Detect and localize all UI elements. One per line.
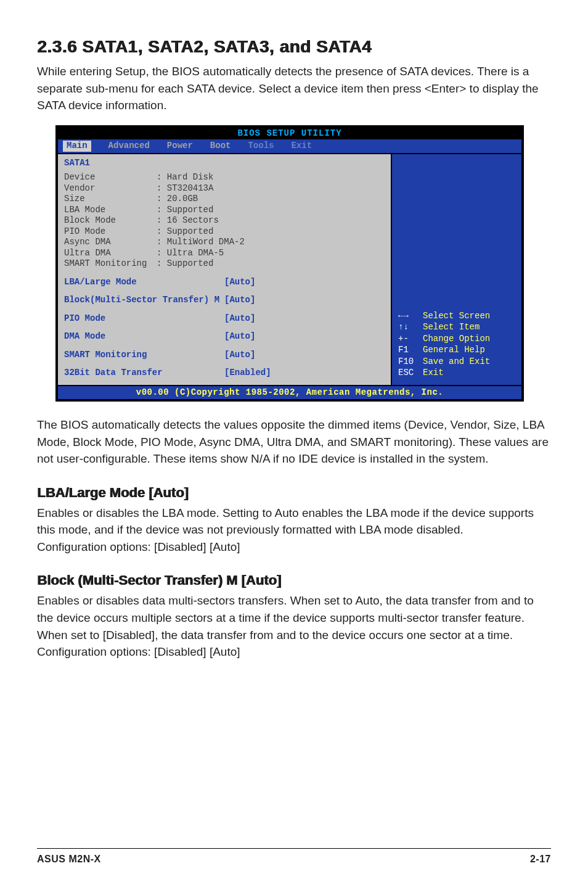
- value: MultiWord DMA-2: [157, 237, 385, 248]
- hint-key: ←→: [398, 311, 423, 322]
- hint-val: Select Item: [423, 322, 515, 333]
- label: SMART Monitoring: [64, 258, 157, 270]
- label: Block Mode: [64, 215, 157, 226]
- value: ST320413A: [157, 183, 385, 194]
- label: DMA Mode: [64, 331, 224, 342]
- info-async: Async DMAMultiWord DMA-2: [64, 237, 385, 248]
- value: 20.0GB: [157, 194, 385, 205]
- footer-left: ASUS M2N-X: [37, 854, 101, 865]
- info-lba: LBA ModeSupported: [64, 205, 385, 216]
- hint-key: F1: [398, 345, 423, 356]
- hint-val: Change Option: [423, 334, 515, 345]
- hint-val: Exit: [423, 368, 515, 379]
- info-pio: PIO ModeSupported: [64, 226, 385, 237]
- label: LBA Mode: [64, 205, 157, 216]
- bios-panel-title: SATA1: [64, 158, 385, 169]
- bios-body: SATA1 DeviceHard Disk VendorST320413A Si…: [58, 153, 521, 385]
- label: Async DMA: [64, 237, 157, 248]
- label: Block(Multi-Sector Transfer) M: [64, 295, 224, 306]
- hint-key: ESC: [398, 368, 423, 379]
- tab-boot[interactable]: Boot: [210, 141, 231, 152]
- tab-exit[interactable]: Exit: [291, 141, 312, 152]
- label: Ultra DMA: [64, 248, 157, 259]
- post-bios-paragraph: The BIOS automatically detects the value…: [37, 416, 551, 468]
- value: [Auto]: [224, 277, 385, 288]
- value: Supported: [157, 258, 385, 270]
- setting-block-multi[interactable]: Block(Multi-Sector Transfer) M[Auto]: [64, 295, 385, 306]
- hint-key: F10: [398, 357, 423, 368]
- info-device: DeviceHard Disk: [64, 172, 385, 183]
- section-heading: 2.3.6 SATA1, SATA2, SATA3, and SATA4: [37, 37, 551, 57]
- label: PIO Mode: [64, 313, 224, 324]
- label: 32Bit Data Transfer: [64, 368, 224, 379]
- value: Supported: [157, 205, 385, 216]
- label: Device: [64, 172, 157, 183]
- info-block: Block Mode16 Sectors: [64, 215, 385, 226]
- label: Size: [64, 194, 157, 205]
- info-smart: SMART MonitoringSupported: [64, 258, 385, 270]
- value: [Auto]: [224, 350, 385, 361]
- value: Supported: [157, 226, 385, 237]
- info-vendor: VendorST320413A: [64, 183, 385, 194]
- hint-val: General Help: [423, 345, 515, 356]
- bios-main-panel: SATA1 DeviceHard Disk VendorST320413A Si…: [58, 154, 392, 385]
- label: SMART Monitoring: [64, 350, 224, 361]
- hint-key: +-: [398, 334, 423, 345]
- value: [Auto]: [224, 313, 385, 324]
- setting-smart-mon[interactable]: SMART Monitoring[Auto]: [64, 350, 385, 361]
- value: Hard Disk: [157, 172, 385, 183]
- label: PIO Mode: [64, 226, 157, 237]
- label: Vendor: [64, 183, 157, 194]
- label: LBA/Large Mode: [64, 277, 224, 288]
- value: [Auto]: [224, 331, 385, 342]
- setting-pio-mode[interactable]: PIO Mode[Auto]: [64, 313, 385, 324]
- bios-menubar: Main Advanced Power Boot Tools Exit: [58, 139, 521, 153]
- value: 16 Sectors: [157, 215, 385, 226]
- bios-title: BIOS SETUP UTILITY: [58, 128, 521, 140]
- page-footer: ASUS M2N-X 2-17: [37, 848, 551, 865]
- tab-tools[interactable]: Tools: [248, 141, 274, 152]
- value: Ultra DMA-5: [157, 248, 385, 259]
- bios-footer: v00.00 (C)Copyright 1985-2002, American …: [58, 385, 521, 400]
- block-paragraph: Enables or disables data multi-sectors t…: [37, 592, 551, 660]
- intro-paragraph: While entering Setup, the BIOS automatic…: [37, 63, 551, 114]
- info-size: Size20.0GB: [64, 194, 385, 205]
- block-heading: Block (Multi-Sector Transfer) M [Auto]: [37, 572, 551, 588]
- setting-lba-large[interactable]: LBA/Large Mode[Auto]: [64, 277, 385, 288]
- lba-heading: LBA/Large Mode [Auto]: [37, 485, 551, 501]
- tab-power[interactable]: Power: [167, 141, 193, 152]
- lba-paragraph: Enables or disables the LBA mode. Settin…: [37, 505, 551, 556]
- tab-main[interactable]: Main: [63, 141, 91, 152]
- bios-side-panel: ←→Select Screen ↑↓Select Item +-Change O…: [392, 154, 521, 385]
- setting-32bit[interactable]: 32Bit Data Transfer[Enabled]: [64, 368, 385, 379]
- tab-advanced[interactable]: Advanced: [108, 141, 150, 152]
- footer-right: 2-17: [530, 854, 551, 865]
- hint-val: Save and Exit: [423, 357, 515, 368]
- hint-val: Select Screen: [423, 311, 515, 322]
- value: [Enabled]: [224, 368, 385, 379]
- setting-dma-mode[interactable]: DMA Mode[Auto]: [64, 331, 385, 342]
- value: [Auto]: [224, 295, 385, 306]
- bios-screenshot: BIOS SETUP UTILITY Main Advanced Power B…: [55, 125, 524, 402]
- info-ultra: Ultra DMAUltra DMA-5: [64, 248, 385, 259]
- hint-key: ↑↓: [398, 322, 423, 333]
